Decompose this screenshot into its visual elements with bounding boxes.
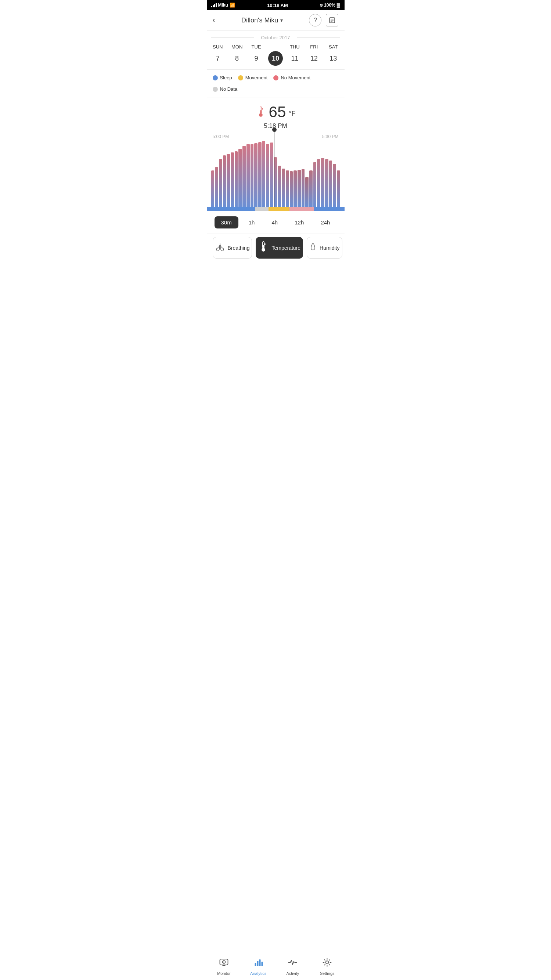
bar-13: [262, 141, 266, 207]
legend-item-movement: Movement: [238, 75, 268, 80]
bar-20: [290, 171, 293, 207]
time-btn-12h[interactable]: 12h: [288, 216, 311, 229]
month-label: October 2017: [207, 35, 344, 40]
thermometer-small-icon: [258, 241, 269, 253]
metric-btn-breathing[interactable]: Breathing: [213, 237, 252, 259]
chart-time-labels: 5:00 PM 5:30 PM: [210, 134, 342, 139]
weekdays: SUN 7 MON 8 TUE 9 WED 10 THU 11 FRI 12 S…: [207, 44, 344, 66]
metric-label-humidity: Humidity: [320, 245, 339, 251]
metric-buttons: Breathing Temperature Humidity: [207, 234, 344, 266]
weekday-12[interactable]: FRI 12: [307, 44, 322, 66]
bluetooth-icon: ⎋: [320, 3, 323, 8]
timeline-movement: [269, 207, 289, 211]
bar-7: [239, 149, 242, 207]
bar-3: [223, 155, 226, 207]
chart-section: 65 °F 5:18 PM 5:00 PM 5:30 PM 30m1h4h12h…: [207, 97, 344, 266]
notes-icon: [329, 17, 335, 24]
drop-icon: [309, 242, 317, 251]
legend-item-no-data: No Data: [213, 86, 238, 92]
weekday-13[interactable]: SAT 13: [326, 44, 341, 66]
metric-btn-temperature[interactable]: Temperature: [256, 237, 303, 259]
timeline-nomovement: [290, 207, 314, 211]
legend: Sleep Movement No Movement No Data: [207, 69, 344, 97]
dropdown-icon[interactable]: ▾: [280, 17, 283, 23]
signal-bars: [211, 3, 217, 7]
lung-icon: [215, 242, 225, 251]
metric-btn-humidity[interactable]: Humidity: [307, 237, 342, 259]
bar-19: [286, 170, 289, 207]
help-button[interactable]: ?: [309, 14, 322, 27]
bar-0: [211, 170, 215, 207]
bar-18: [282, 169, 285, 207]
bar-container: [210, 141, 342, 207]
cursor-line: [274, 130, 274, 207]
bar-27: [317, 159, 320, 207]
metric-icon-humidity: [309, 242, 317, 253]
bar-8: [242, 146, 246, 207]
battery-icon: ▓: [337, 3, 340, 8]
calendar-section: October 2017 SUN 7 MON 8 TUE 9 WED 10 TH…: [207, 30, 344, 66]
metric-label-breathing: Breathing: [228, 245, 250, 251]
metric-icon-breathing: [215, 242, 225, 253]
nav-header: ‹ Dillon's Miku ▾ ?: [207, 10, 344, 30]
bar-2: [219, 159, 222, 207]
bar-32: [337, 170, 340, 207]
thermometer-icon: [256, 106, 266, 118]
bar-17: [278, 165, 281, 207]
bar-25: [309, 170, 312, 207]
bar-23: [302, 169, 305, 207]
weekday-11[interactable]: THU 11: [287, 44, 302, 66]
timeline-sleep: [207, 207, 255, 211]
time-end: 5:30 PM: [322, 134, 339, 139]
weekday-9[interactable]: TUE 9: [249, 44, 264, 66]
bar-1: [215, 167, 218, 207]
time-btn-1h[interactable]: 1h: [242, 216, 261, 229]
bar-6: [235, 151, 238, 207]
time-start: 5:00 PM: [213, 134, 229, 139]
nav-icons: ?: [309, 14, 338, 27]
battery-label: 100%: [324, 3, 335, 8]
bar-10: [250, 144, 254, 207]
status-left: Miku 📶: [211, 3, 235, 8]
svg-rect-6: [260, 110, 261, 114]
cursor-dot: [272, 127, 277, 132]
metric-icon-temperature: [258, 241, 269, 255]
back-button[interactable]: ‹: [213, 16, 215, 25]
weekday-8[interactable]: MON 8: [229, 44, 244, 66]
temp-unit: °F: [289, 110, 295, 118]
chart-wrapper[interactable]: 5:00 PM 5:30 PM: [207, 134, 344, 207]
bar-9: [247, 144, 250, 207]
temperature-value: 65: [269, 103, 286, 121]
chart-area[interactable]: [210, 141, 342, 207]
time-controls: 30m1h4h12h24h: [207, 211, 344, 234]
temp-display: 65 °F: [207, 103, 344, 121]
time-btn-24h[interactable]: 24h: [314, 216, 336, 229]
bar-5: [231, 153, 234, 207]
device-name: Dillon's Miku: [241, 16, 278, 24]
bar-31: [333, 164, 336, 207]
legend-item-sleep: Sleep: [213, 75, 232, 80]
status-right: ⎋ 100% ▓: [320, 3, 340, 8]
bar-24: [305, 177, 309, 207]
bar-26: [313, 162, 317, 207]
notes-button[interactable]: [326, 14, 338, 27]
bar-4: [227, 154, 230, 207]
bar-28: [321, 158, 324, 207]
timeline-nodata: [255, 207, 269, 211]
bar-21: [293, 170, 297, 207]
time-btn-30m[interactable]: 30m: [215, 216, 239, 229]
timeline-bar: [207, 207, 344, 211]
time-btn-4h[interactable]: 4h: [265, 216, 285, 229]
bar-22: [298, 170, 301, 207]
status-bar: Miku 📶 10:18 AM ⎋ 100% ▓: [207, 0, 344, 10]
weekday-7[interactable]: SUN 7: [210, 44, 225, 66]
metric-label-temperature: Temperature: [271, 245, 301, 251]
svg-rect-11: [263, 245, 264, 249]
bar-29: [325, 159, 328, 207]
weekday-10[interactable]: WED 10: [268, 44, 283, 66]
status-time: 10:18 AM: [267, 3, 288, 8]
wifi-icon: 📶: [229, 3, 235, 8]
timeline-sleep2: [314, 207, 344, 211]
legend-item-no-movement: No Movement: [273, 75, 311, 80]
bar-14: [266, 144, 269, 207]
